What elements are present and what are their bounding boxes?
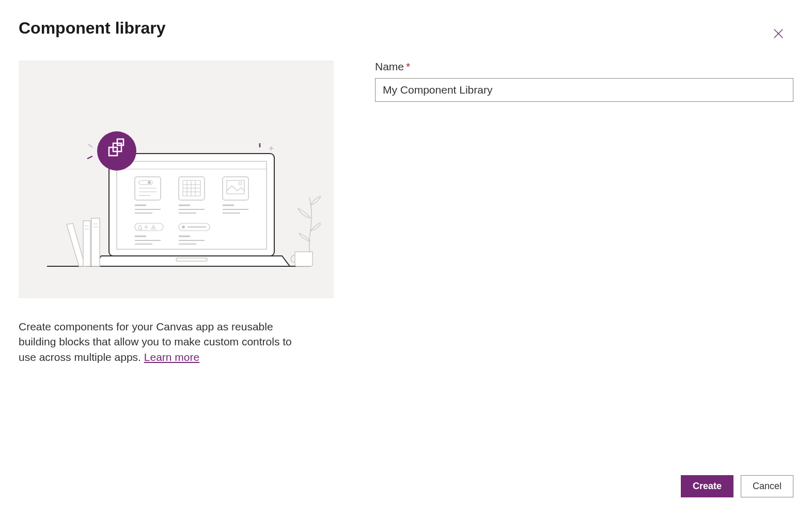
right-panel: Name* <box>375 60 793 365</box>
svg-line-51 <box>87 156 92 159</box>
dialog-header: Component library <box>19 19 793 45</box>
dialog-title: Component library <box>19 19 165 38</box>
svg-rect-58 <box>91 218 100 266</box>
dialog-description: Create components for your Canvas app as… <box>19 319 308 365</box>
component-library-illustration-icon <box>32 81 321 278</box>
close-button[interactable] <box>769 24 788 45</box>
left-panel: Create components for your Canvas app as… <box>19 60 334 365</box>
dialog-content: Create components for your Canvas app as… <box>19 60 793 365</box>
required-marker: * <box>406 60 410 72</box>
svg-rect-55 <box>83 221 90 266</box>
illustration <box>19 60 334 298</box>
learn-more-link[interactable]: Learn more <box>144 351 199 363</box>
create-button[interactable]: Create <box>681 475 733 497</box>
close-icon <box>773 28 784 41</box>
svg-line-50 <box>88 144 92 147</box>
name-label: Name* <box>375 60 793 73</box>
name-input[interactable] <box>375 78 793 102</box>
cancel-button[interactable]: Cancel <box>741 475 793 497</box>
svg-point-38 <box>182 225 185 229</box>
svg-point-9 <box>148 181 151 184</box>
dialog-footer: Create Cancel <box>681 475 793 497</box>
